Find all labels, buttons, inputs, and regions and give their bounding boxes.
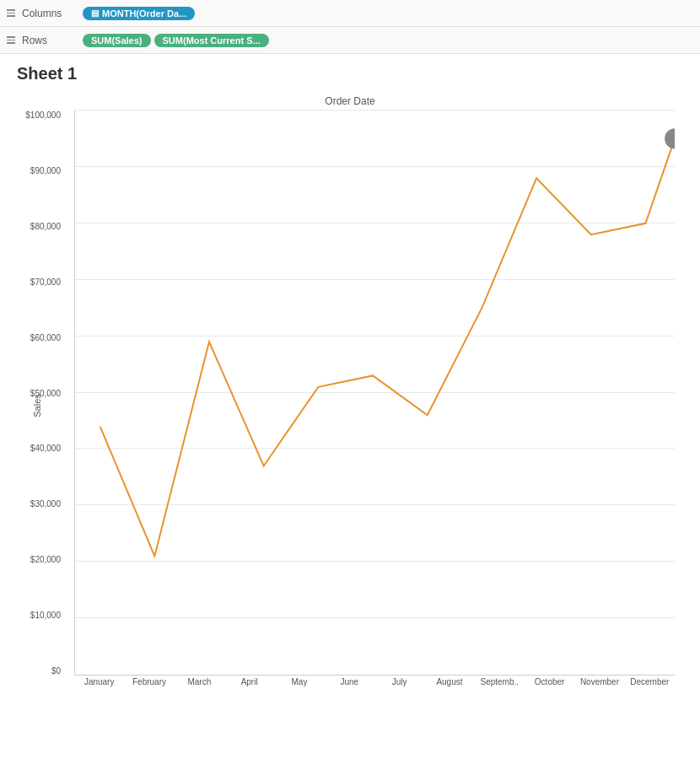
calendar-icon: ▤ bbox=[91, 8, 99, 18]
x-label-apr: April bbox=[224, 677, 274, 686]
columns-drag-icon bbox=[7, 9, 15, 17]
x-label-may: May bbox=[274, 677, 324, 686]
columns-label: Columns bbox=[7, 8, 83, 19]
y-label-80k: $80,000 bbox=[30, 222, 61, 231]
y-label-0: $0 bbox=[51, 666, 61, 676]
chart-area: Order Date Sales $0 $10,000 $20,000 $30,… bbox=[0, 87, 700, 745]
chart-header: Order Date bbox=[17, 95, 683, 107]
columns-toolbar-row: Columns ▤ MONTH(Order Da... bbox=[0, 0, 700, 27]
columns-text: Columns bbox=[22, 8, 62, 19]
x-label-jul: July bbox=[374, 677, 424, 686]
x-label-sep: Septemb.. bbox=[475, 677, 525, 686]
rows-toolbar-row: Rows SUM(Sales) SUM(Most Current S... bbox=[0, 27, 700, 54]
rows-drag-icon bbox=[7, 36, 15, 44]
y-label-50k: $50,000 bbox=[30, 389, 61, 398]
x-label-feb: February bbox=[124, 677, 174, 686]
y-label-100k: $100,000 bbox=[25, 110, 61, 120]
x-label-nov: November bbox=[574, 677, 624, 686]
sales-line bbox=[100, 138, 675, 556]
columns-pill[interactable]: ▤ MONTH(Order Da... bbox=[83, 7, 195, 20]
y-label-10k: $10,000 bbox=[30, 611, 61, 620]
line-chart-svg bbox=[75, 110, 675, 675]
rows-pill-2[interactable]: SUM(Most Current S... bbox=[154, 34, 269, 47]
y-label-30k: $30,000 bbox=[30, 499, 61, 509]
sheet-title: Sheet 1 bbox=[0, 54, 700, 87]
x-label-dec: December bbox=[625, 677, 675, 686]
rows-pill-1[interactable]: SUM(Sales) bbox=[83, 34, 151, 47]
y-axis-labels: $0 $10,000 $20,000 $30,000 $40,000 $50,0… bbox=[17, 110, 66, 676]
rows-text: Rows bbox=[22, 35, 47, 46]
y-label-90k: $90,000 bbox=[30, 166, 61, 175]
x-label-jan: January bbox=[74, 677, 124, 686]
y-label-40k: $40,000 bbox=[30, 444, 61, 453]
chart-inner: Sales $0 $10,000 $20,000 $30,000 $40,000… bbox=[17, 110, 683, 701]
x-label-jun: June bbox=[325, 677, 374, 686]
rows-label: Rows bbox=[7, 35, 83, 46]
x-axis-labels: January February March April May June Ju… bbox=[74, 677, 675, 701]
y-label-20k: $20,000 bbox=[30, 555, 61, 564]
x-label-aug: August bbox=[424, 677, 474, 686]
y-label-70k: $70,000 bbox=[30, 277, 61, 287]
y-label-60k: $60,000 bbox=[30, 333, 61, 342]
x-label-oct: October bbox=[525, 677, 574, 686]
highlight-dot bbox=[665, 128, 675, 148]
plot-area bbox=[74, 110, 675, 676]
x-label-mar: March bbox=[175, 677, 224, 686]
